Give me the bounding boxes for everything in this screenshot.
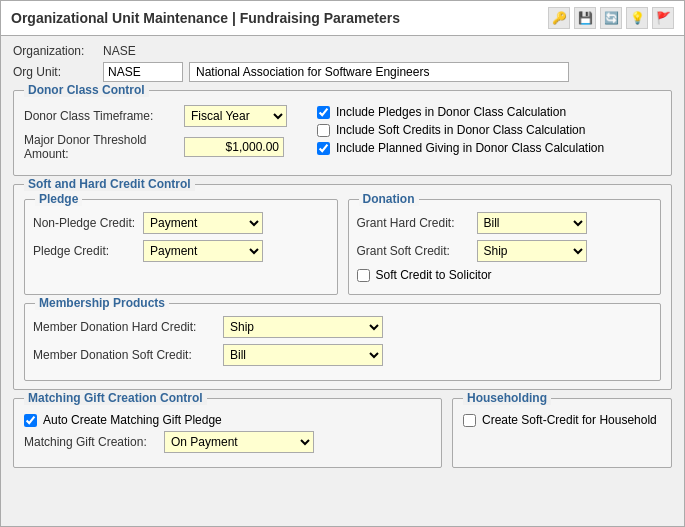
donor-class-section: Donor Class Control Donor Class Timefram… xyxy=(13,90,672,176)
soft-hard-inner: Pledge Non-Pledge Credit: Payment Bill S… xyxy=(24,199,661,295)
donation-title: Donation xyxy=(359,192,419,206)
soft-hard-title: Soft and Hard Credit Control xyxy=(24,177,195,191)
member-soft-select[interactable]: Bill Ship Payment xyxy=(223,344,383,366)
donor-class-right: Include Pledges in Donor Class Calculati… xyxy=(317,105,604,167)
soft-hard-content: Pledge Non-Pledge Credit: Payment Bill S… xyxy=(14,185,671,389)
cb3-row: Include Planned Giving in Donor Class Ca… xyxy=(317,141,604,155)
householding-content: Create Soft-Credit for Household xyxy=(453,399,671,439)
matching-creation-select[interactable]: On Payment On Bill On Ship xyxy=(164,431,314,453)
member-soft-row: Member Donation Soft Credit: Bill Ship P… xyxy=(33,344,652,366)
soft-solicitor-checkbox[interactable] xyxy=(357,269,370,282)
member-hard-select[interactable]: Ship Bill Payment xyxy=(223,316,383,338)
donation-box: Donation Grant Hard Credit: Bill Payment… xyxy=(348,199,662,295)
non-pledge-row: Non-Pledge Credit: Payment Bill Ship xyxy=(33,212,329,234)
matching-box: Matching Gift Creation Control Auto Crea… xyxy=(13,398,442,468)
soft-credit-household-checkbox[interactable] xyxy=(463,414,476,427)
cb2-checkbox[interactable] xyxy=(317,124,330,137)
pledge-box: Pledge Non-Pledge Credit: Payment Bill S… xyxy=(24,199,338,295)
cb3-checkbox[interactable] xyxy=(317,142,330,155)
householding-title: Householding xyxy=(463,391,551,405)
refresh-icon[interactable]: 🔄 xyxy=(600,7,622,29)
org-unit-name: National Association for Software Engine… xyxy=(189,62,569,82)
cb3-label: Include Planned Giving in Donor Class Ca… xyxy=(336,141,604,155)
grant-soft-row: Grant Soft Credit: Ship Bill Payment xyxy=(357,240,653,262)
pledge-content: Non-Pledge Credit: Payment Bill Ship Ple… xyxy=(25,200,337,276)
cb1-checkbox[interactable] xyxy=(317,106,330,119)
org-label: Organization: xyxy=(13,44,103,58)
soft-solicitor-row: Soft Credit to Solicitor xyxy=(357,268,653,282)
cb1-label: Include Pledges in Donor Class Calculati… xyxy=(336,105,566,119)
timeframe-row: Donor Class Timeframe: Fiscal Year Calen… xyxy=(24,105,287,127)
member-hard-label: Member Donation Hard Credit: xyxy=(33,320,223,334)
donor-class-content: Donor Class Timeframe: Fiscal Year Calen… xyxy=(14,91,671,175)
grant-hard-label: Grant Hard Credit: xyxy=(357,216,477,230)
cb2-row: Include Soft Credits in Donor Class Calc… xyxy=(317,123,604,137)
org-unit-input[interactable] xyxy=(103,62,183,82)
auto-create-label: Auto Create Matching Gift Pledge xyxy=(43,413,222,427)
membership-title: Membership Products xyxy=(35,296,169,310)
bottom-row: Matching Gift Creation Control Auto Crea… xyxy=(13,398,672,468)
grant-soft-select[interactable]: Ship Bill Payment xyxy=(477,240,587,262)
organization-row: Organization: NASE xyxy=(13,44,672,58)
auto-create-checkbox[interactable] xyxy=(24,414,37,427)
auto-create-row: Auto Create Matching Gift Pledge xyxy=(24,413,431,427)
threshold-label: Major Donor Threshold Amount: xyxy=(24,133,184,161)
householding-box: Householding Create Soft-Credit for Hous… xyxy=(452,398,672,468)
donation-content: Grant Hard Credit: Bill Payment Ship Gra… xyxy=(349,200,661,294)
threshold-row: Major Donor Threshold Amount: xyxy=(24,133,287,161)
cb1-row: Include Pledges in Donor Class Calculati… xyxy=(317,105,604,119)
grant-hard-select[interactable]: Bill Payment Ship xyxy=(477,212,587,234)
pledge-title: Pledge xyxy=(35,192,82,206)
org-value: NASE xyxy=(103,44,136,58)
non-pledge-select[interactable]: Payment Bill Ship xyxy=(143,212,263,234)
non-pledge-label: Non-Pledge Credit: xyxy=(33,216,143,230)
matching-creation-row: Matching Gift Creation: On Payment On Bi… xyxy=(24,431,431,453)
membership-content: Member Donation Hard Credit: Ship Bill P… xyxy=(25,304,660,380)
pledge-credit-select[interactable]: Payment Bill Ship xyxy=(143,240,263,262)
donor-class-left: Donor Class Timeframe: Fiscal Year Calen… xyxy=(24,105,287,167)
content: Organization: NASE Org Unit: National As… xyxy=(1,36,684,526)
matching-creation-label: Matching Gift Creation: xyxy=(24,435,164,449)
soft-credit-household-row: Create Soft-Credit for Household xyxy=(463,413,661,427)
bulb-icon[interactable]: 💡 xyxy=(626,7,648,29)
pledge-credit-row: Pledge Credit: Payment Bill Ship xyxy=(33,240,329,262)
timeframe-select[interactable]: Fiscal Year Calendar Year Rolling Year xyxy=(184,105,287,127)
flag-icon[interactable]: 🚩 xyxy=(652,7,674,29)
pledge-credit-label: Pledge Credit: xyxy=(33,244,143,258)
grant-hard-row: Grant Hard Credit: Bill Payment Ship xyxy=(357,212,653,234)
membership-box: Membership Products Member Donation Hard… xyxy=(24,303,661,381)
grant-soft-label: Grant Soft Credit: xyxy=(357,244,477,258)
matching-title: Matching Gift Creation Control xyxy=(24,391,207,405)
threshold-input[interactable] xyxy=(184,137,284,157)
main-container: Organizational Unit Maintenance | Fundra… xyxy=(0,0,685,527)
timeframe-label: Donor Class Timeframe: xyxy=(24,109,184,123)
org-unit-row: Org Unit: National Association for Softw… xyxy=(13,62,672,82)
soft-solicitor-label: Soft Credit to Solicitor xyxy=(376,268,492,282)
member-hard-row: Member Donation Hard Credit: Ship Bill P… xyxy=(33,316,652,338)
save-icon[interactable]: 💾 xyxy=(574,7,596,29)
header-icons: 🔑 💾 🔄 💡 🚩 xyxy=(548,7,674,29)
page-title: Organizational Unit Maintenance | Fundra… xyxy=(11,10,400,26)
soft-hard-section: Soft and Hard Credit Control Pledge Non-… xyxy=(13,184,672,390)
donor-class-title: Donor Class Control xyxy=(24,83,149,97)
header: Organizational Unit Maintenance | Fundra… xyxy=(1,1,684,36)
matching-content: Auto Create Matching Gift Pledge Matchin… xyxy=(14,399,441,467)
cb2-label: Include Soft Credits in Donor Class Calc… xyxy=(336,123,585,137)
key-icon[interactable]: 🔑 xyxy=(548,7,570,29)
member-soft-label: Member Donation Soft Credit: xyxy=(33,348,223,362)
soft-credit-household-label: Create Soft-Credit for Household xyxy=(482,413,657,427)
org-unit-label: Org Unit: xyxy=(13,65,103,79)
